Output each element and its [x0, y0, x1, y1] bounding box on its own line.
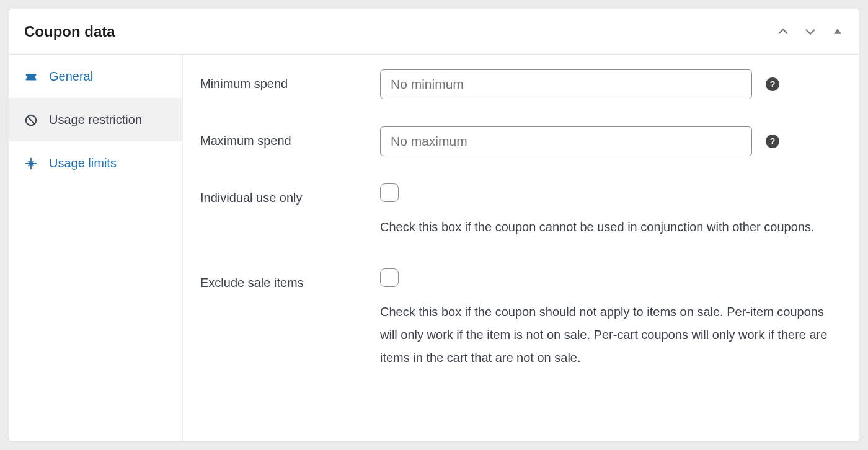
- tab-label: General: [49, 68, 93, 84]
- arrows-collapse-icon: [24, 157, 38, 170]
- tab-label: Usage restriction: [49, 112, 142, 128]
- panel-controls: [776, 24, 845, 39]
- individual-use-checkbox[interactable]: [380, 183, 399, 202]
- field-label: Individual use only: [200, 183, 380, 207]
- field-label: Maximum spend: [200, 126, 380, 150]
- move-up-button[interactable]: [776, 24, 790, 39]
- panel-header: Coupon data: [9, 9, 859, 55]
- field-label: Exclude sale items: [200, 268, 380, 292]
- tab-general[interactable]: General: [9, 55, 182, 98]
- collapse-panel-button[interactable]: [830, 24, 845, 39]
- tab-usage-restriction[interactable]: Usage restriction: [9, 98, 182, 141]
- field-minimum-spend: Minimum spend ?: [200, 69, 841, 99]
- form-content: Minimum spend ? Maximum spend ?: [183, 55, 859, 441]
- maximum-spend-input[interactable]: [380, 126, 752, 156]
- ticket-icon: [24, 70, 38, 84]
- exclude-sale-items-checkbox[interactable]: [380, 268, 399, 287]
- field-maximum-spend: Maximum spend ?: [200, 126, 841, 156]
- tab-usage-limits[interactable]: Usage limits: [9, 141, 182, 185]
- help-icon[interactable]: ?: [766, 77, 779, 91]
- field-exclude-sale-items: Exclude sale items Check this box if the…: [200, 268, 841, 369]
- sidebar: General Usage restriction Usage limits: [9, 55, 183, 441]
- field-description: Check this box if the coupon should not …: [380, 301, 839, 369]
- block-icon: [24, 113, 38, 127]
- coupon-data-panel: Coupon data General: [9, 9, 859, 441]
- panel-title: Coupon data: [24, 20, 115, 43]
- tab-label: Usage limits: [49, 155, 117, 171]
- field-label: Minimum spend: [200, 69, 380, 93]
- help-icon[interactable]: ?: [766, 135, 779, 148]
- svg-line-1: [27, 117, 35, 124]
- field-description: Check this box if the coupon cannot be u…: [380, 216, 839, 239]
- minimum-spend-input[interactable]: [380, 69, 752, 99]
- field-individual-use: Individual use only Check this box if th…: [200, 183, 841, 239]
- move-down-button[interactable]: [803, 24, 818, 39]
